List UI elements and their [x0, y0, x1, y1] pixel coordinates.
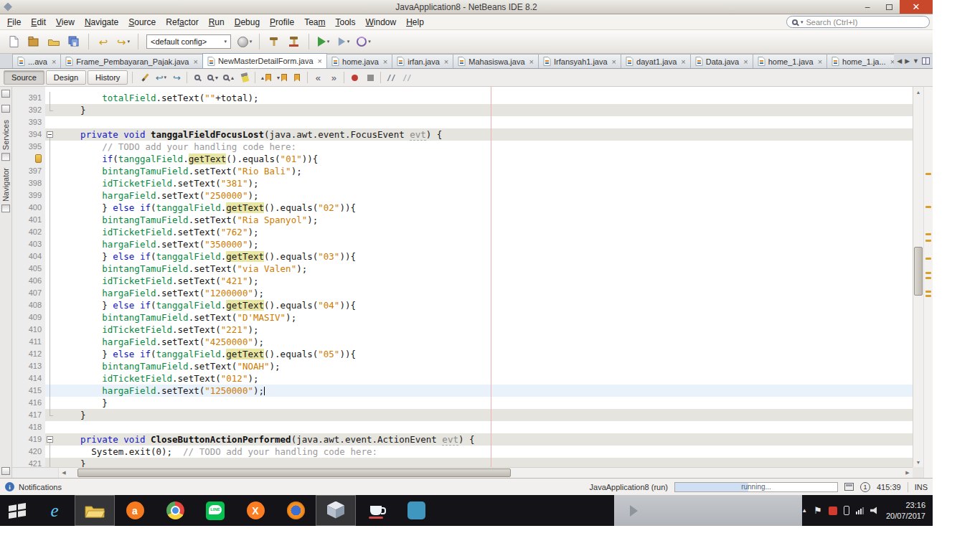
minimized-window-icon[interactable] — [1, 90, 10, 98]
quick-search-input[interactable]: ▾ Search (Ctrl+I) — [786, 16, 930, 28]
code-text[interactable]: private void tanggalFieldFocusLost(java.… — [55, 128, 913, 141]
start-macro-recording-icon[interactable] — [347, 70, 362, 85]
config-globe-button[interactable]: ▾ — [235, 32, 254, 51]
menu-help[interactable]: Help — [401, 16, 429, 29]
occurrence-mark[interactable] — [925, 258, 931, 260]
code-text[interactable]: } else if(tanggalField.getText().equals(… — [55, 299, 913, 311]
open-project-button[interactable] — [44, 32, 63, 51]
menu-tools[interactable]: Tools — [330, 16, 360, 29]
network-signal-icon[interactable] — [856, 507, 864, 514]
view-button-design[interactable]: Design — [46, 70, 86, 85]
menu-run[interactable]: Run — [204, 16, 230, 29]
minimized-window-icon[interactable] — [1, 467, 10, 475]
tab-ava[interactable]: ...ava× — [12, 54, 61, 68]
taskbar-start-button[interactable] — [0, 495, 34, 526]
taskbar-clock[interactable]: 23:16 20/07/2017 — [886, 500, 925, 521]
taskbar-java-icon[interactable] — [356, 495, 396, 526]
search-dropdown-icon[interactable]: ▾ — [801, 19, 804, 25]
code-text[interactable]: } — [55, 104, 913, 116]
taskbar-line-icon[interactable]: LINE — [195, 495, 235, 526]
occurrence-mark[interactable] — [925, 277, 931, 279]
fold-margin[interactable] — [45, 128, 55, 141]
minimize-button[interactable]: – — [857, 0, 878, 14]
run-button[interactable]: ▾ — [314, 32, 333, 51]
code-text[interactable]: idTicketField.setText("762"); — [55, 226, 913, 238]
save-all-button[interactable] — [65, 32, 83, 51]
next-bookmark-icon[interactable]: ▼ — [273, 70, 289, 85]
maximize-button[interactable] — [878, 0, 900, 14]
close-icon[interactable]: × — [444, 57, 448, 66]
code-text[interactable]: idTicketField.setText("221"); — [55, 324, 913, 336]
code-text[interactable]: idTicketField.setText("012"); — [55, 372, 913, 385]
scroll-tabs-left-icon[interactable]: ◀ — [897, 57, 902, 65]
tab-home-1-java[interactable]: home_1.java× — [753, 54, 827, 68]
close-icon[interactable]: × — [681, 57, 685, 66]
menu-debug[interactable]: Debug — [230, 16, 265, 29]
menu-refactor[interactable]: Refactor — [161, 16, 203, 29]
taskbar-netbeans-icon[interactable] — [316, 495, 356, 526]
view-button-source[interactable]: Source — [4, 70, 44, 85]
occurrence-mark[interactable] — [925, 295, 931, 297]
occurrence-mark[interactable] — [925, 240, 931, 242]
close-icon[interactable]: × — [193, 57, 197, 66]
horizontal-scrollbar[interactable]: ◀ ▶ — [12, 467, 913, 478]
tab-frame-pembayaran-pajak-java[interactable]: Frame_Pembayaran_Pajak.java× — [60, 54, 203, 68]
volume-icon[interactable] — [870, 507, 880, 514]
taskbar-app2-icon[interactable] — [396, 495, 436, 526]
tab-irfansyah1-java[interactable]: Irfansyah1.java× — [538, 54, 621, 68]
tab-newmasterdetailform-java[interactable]: NewMasterDetailForm.java× — [202, 53, 327, 68]
find-prev-icon[interactable]: ▲ — [221, 70, 237, 85]
new-file-button[interactable] — [4, 32, 23, 51]
mobile-device-icon[interactable] — [844, 506, 849, 515]
taskbar-avast-icon[interactable]: a — [115, 495, 155, 526]
fold-margin[interactable] — [45, 104, 55, 116]
code-text[interactable]: if(tanggalField.getText().equals("01")){ — [55, 153, 913, 165]
last-edit-icon[interactable] — [137, 70, 153, 85]
menu-profile[interactable]: Profile — [265, 16, 299, 29]
toggle-highlight-icon[interactable] — [237, 70, 253, 85]
code-text[interactable]: hargaField.setText("1200000"); — [55, 287, 913, 299]
sidebar-tab-navigator[interactable]: Navigator — [1, 168, 10, 212]
code-text[interactable]: bintangTamuField.setText("NOAH"); — [55, 360, 913, 372]
scroll-right-icon[interactable]: ▶ — [903, 470, 913, 476]
sidebar-tab-services[interactable]: Services — [1, 120, 10, 161]
close-icon[interactable]: × — [818, 57, 822, 66]
back-icon[interactable]: ↩▾ — [153, 70, 169, 85]
vertical-scrollbar-thumb[interactable] — [914, 247, 923, 296]
code-text[interactable]: } else if(tanggalField.getText().equals(… — [55, 202, 913, 214]
taskbar-explorer-icon[interactable] — [75, 495, 115, 526]
menu-navigate[interactable]: Navigate — [80, 16, 123, 29]
code-text[interactable]: bintangTamuField.setText("Ria Spanyol"); — [55, 214, 913, 226]
code-text[interactable]: bintangTamuField.setText("Rio Bali"); — [55, 165, 913, 177]
clean-build-button[interactable] — [285, 32, 303, 51]
forward-icon[interactable]: ↪ — [169, 70, 184, 85]
code-text[interactable]: hargaField.setText("350000"); — [55, 238, 913, 250]
tab-irfan-java[interactable]: irfan.java× — [392, 54, 453, 68]
action-center-flag-icon[interactable]: ⚑ — [814, 505, 822, 516]
code-text[interactable]: hargaField.setText("250000"); — [55, 189, 913, 202]
tab-list-dropdown-icon[interactable]: ▼ — [913, 57, 919, 65]
progress-bar[interactable]: running... — [674, 482, 838, 492]
previous-bookmark-icon[interactable]: ▲ — [258, 70, 273, 85]
scroll-tabs-right-icon[interactable]: ▶ — [905, 57, 910, 65]
close-icon[interactable]: × — [743, 57, 748, 66]
debug-button[interactable]: ▾ — [334, 32, 353, 51]
occurrence-mark[interactable] — [925, 206, 931, 208]
code-text[interactable]: bintangTamuField.setText("via Valen"); — [55, 263, 913, 275]
undo-button[interactable]: ↩ — [94, 32, 113, 51]
running-processes-badge[interactable]: 1 — [860, 482, 870, 492]
info-icon[interactable]: i — [5, 482, 14, 491]
close-icon[interactable]: × — [318, 57, 322, 65]
scroll-left-icon[interactable]: ◀ — [59, 470, 69, 476]
toggle-bookmark-icon[interactable] — [289, 70, 305, 85]
tab-mahasiswa-java[interactable]: Mahasiswa.java× — [453, 54, 539, 68]
code-text[interactable]: } — [55, 458, 913, 467]
tab-dayat1-java[interactable]: dayat1.java× — [621, 54, 691, 68]
code-text[interactable]: System.exit(0); // TODO add your handlin… — [55, 446, 913, 458]
menu-source[interactable]: Source — [123, 16, 161, 29]
horizontal-scrollbar-thumb[interactable] — [77, 468, 511, 477]
scroll-down-icon[interactable]: ▼ — [913, 457, 923, 467]
code-text[interactable]: } — [55, 409, 913, 421]
process-output-icon[interactable] — [844, 483, 854, 491]
uncomment-icon[interactable]: // — [399, 70, 415, 85]
